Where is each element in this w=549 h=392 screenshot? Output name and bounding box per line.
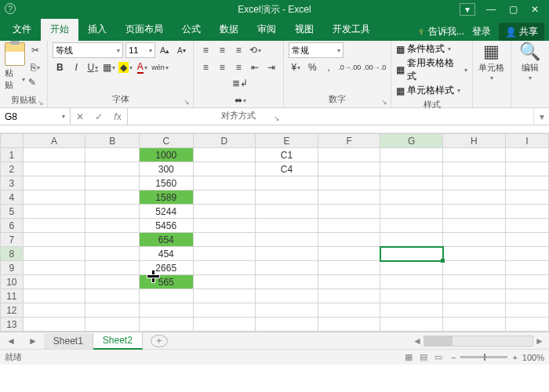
cell[interactable]: [318, 261, 380, 275]
scroll-left-button[interactable]: ◄: [411, 336, 424, 347]
row-header[interactable]: 7: [1, 233, 24, 247]
cell[interactable]: [318, 176, 380, 191]
share-button[interactable]: 👤 共享: [499, 23, 544, 41]
zoom-slider[interactable]: [460, 356, 507, 358]
number-format-combo[interactable]: 常规▾: [289, 42, 344, 58]
cell[interactable]: [85, 275, 140, 289]
cell[interactable]: [318, 148, 380, 162]
cell[interactable]: [85, 176, 140, 191]
cell[interactable]: [193, 261, 256, 275]
cell[interactable]: [256, 233, 318, 247]
cell[interactable]: [23, 247, 85, 261]
cell[interactable]: [318, 289, 380, 303]
cell[interactable]: [318, 318, 380, 332]
col-header-I[interactable]: I: [505, 134, 548, 148]
col-header-G[interactable]: G: [380, 134, 443, 148]
format-as-table-button[interactable]: ▦ 套用表格格式▾: [396, 56, 467, 83]
expand-icon[interactable]: ↘: [38, 99, 44, 107]
cell[interactable]: [318, 191, 380, 205]
cell[interactable]: [23, 162, 85, 176]
cell[interactable]: [443, 191, 506, 205]
align-middle-button[interactable]: ≡: [215, 42, 229, 58]
cell[interactable]: [443, 148, 506, 162]
cell[interactable]: [505, 289, 548, 303]
row-header[interactable]: 13: [1, 318, 24, 332]
cell[interactable]: [443, 289, 506, 303]
cell[interactable]: [85, 261, 140, 275]
col-header-H[interactable]: H: [443, 134, 506, 148]
italic-button[interactable]: I: [69, 60, 83, 75]
percent-button[interactable]: %: [305, 60, 319, 75]
zoom-level[interactable]: 100%: [522, 353, 544, 362]
cell[interactable]: [23, 176, 85, 191]
cell[interactable]: [85, 233, 140, 247]
wrap-text-button[interactable]: ≣↲: [202, 75, 278, 91]
align-right-button[interactable]: ≡: [231, 60, 245, 75]
zoom-in-button[interactable]: +: [512, 353, 517, 362]
currency-button[interactable]: ¥▾: [289, 60, 303, 75]
tab-file[interactable]: 文件: [3, 19, 41, 41]
col-header-F[interactable]: F: [318, 134, 380, 148]
login-link[interactable]: 登录: [472, 25, 491, 38]
tab-data[interactable]: 数据: [210, 19, 248, 41]
select-all-corner[interactable]: [1, 134, 24, 148]
cell[interactable]: [505, 219, 548, 233]
cell[interactable]: [193, 247, 256, 261]
cell[interactable]: [256, 261, 318, 275]
cell[interactable]: [380, 162, 443, 176]
tab-formulas[interactable]: 公式: [173, 19, 210, 41]
cell[interactable]: [85, 247, 140, 261]
row-header[interactable]: 12: [1, 303, 24, 318]
cell[interactable]: [318, 303, 380, 318]
col-header-A[interactable]: A: [23, 134, 85, 148]
row-header[interactable]: 11: [1, 289, 24, 303]
cell[interactable]: [380, 205, 443, 219]
row-header[interactable]: 10: [1, 275, 24, 289]
font-color-button[interactable]: A▾: [135, 60, 149, 75]
cell[interactable]: 1000: [139, 148, 193, 162]
cell[interactable]: [443, 233, 506, 247]
cell[interactable]: [256, 219, 318, 233]
editing-menu-button[interactable]: 🔍 编辑 ▾: [516, 42, 544, 82]
cell[interactable]: [193, 289, 256, 303]
cell[interactable]: [23, 219, 85, 233]
cell[interactable]: [380, 247, 443, 261]
cell[interactable]: [23, 289, 85, 303]
cell[interactable]: 1560: [139, 176, 193, 191]
cell[interactable]: C1: [256, 148, 318, 162]
cell[interactable]: [505, 162, 548, 176]
normal-view-button[interactable]: ▦: [405, 352, 413, 361]
cell[interactable]: [23, 261, 85, 275]
cell[interactable]: [380, 233, 443, 247]
row-header[interactable]: 4: [1, 191, 24, 205]
tell-me[interactable]: 告诉我...: [428, 25, 464, 38]
cell[interactable]: [318, 275, 380, 289]
name-box[interactable]: G8 ▾: [0, 108, 71, 125]
close-button[interactable]: ✕: [524, 0, 546, 19]
copy-button[interactable]: ⎘▾: [28, 60, 42, 75]
cell[interactable]: [85, 303, 140, 318]
cell[interactable]: [256, 318, 318, 332]
zoom-out-button[interactable]: −: [451, 353, 456, 362]
tab-view[interactable]: 视图: [285, 19, 323, 41]
font-name-combo[interactable]: 等线▾: [53, 42, 123, 58]
worksheet-grid[interactable]: A B C D E F G H I 11000C12300C4315604158…: [0, 133, 549, 332]
bold-button[interactable]: B: [53, 60, 67, 75]
paste-button[interactable]: 粘贴: [5, 67, 20, 91]
tab-review[interactable]: 审阅: [248, 19, 285, 41]
cell[interactable]: [193, 303, 256, 318]
cell[interactable]: [443, 275, 506, 289]
align-bottom-button[interactable]: ≡: [231, 42, 245, 58]
increase-decimal-button[interactable]: .0→.00: [338, 60, 361, 75]
paste-icon[interactable]: [5, 42, 25, 66]
cell[interactable]: [193, 162, 256, 176]
sheet-tab[interactable]: Sheet2: [93, 332, 143, 350]
cell[interactable]: [380, 219, 443, 233]
cell[interactable]: 1589: [139, 191, 193, 205]
underline-button[interactable]: U▾: [85, 60, 100, 75]
scroll-right-button[interactable]: ►: [533, 336, 546, 347]
cell[interactable]: [318, 162, 380, 176]
cell[interactable]: [443, 205, 506, 219]
border-button[interactable]: ▦▾: [102, 60, 116, 75]
cell[interactable]: [23, 303, 85, 318]
